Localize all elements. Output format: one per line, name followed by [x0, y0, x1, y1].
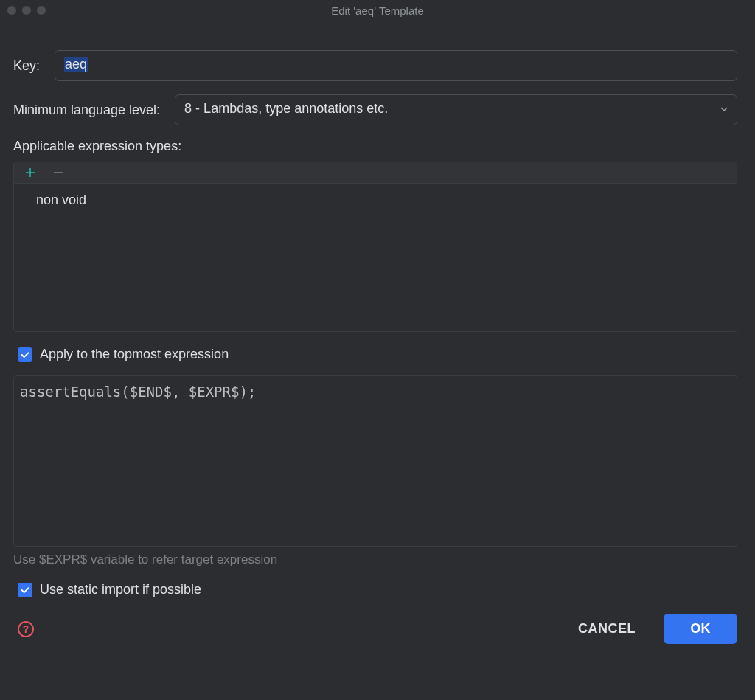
- topmost-checkbox-label[interactable]: Apply to the topmost expression: [40, 347, 229, 362]
- topmost-checkbox-row: Apply to the topmost expression: [18, 347, 733, 362]
- remove-type-button[interactable]: [52, 167, 64, 179]
- editor-hint: Use $EXPR$ variable to refer target expr…: [13, 552, 737, 567]
- close-window-icon[interactable]: [7, 6, 16, 15]
- topmost-checkbox[interactable]: [18, 347, 32, 362]
- template-code-editor[interactable]: assertEquals($END$, $EXPR$);: [13, 375, 737, 547]
- list-body[interactable]: non void: [14, 184, 737, 331]
- minimize-window-icon[interactable]: [22, 6, 31, 15]
- language-level-label: Minimum language level:: [13, 103, 175, 118]
- language-level-select-wrapper: 8 - Lambdas, type annotations etc.: [175, 94, 737, 125]
- checkmark-icon: [20, 585, 30, 595]
- cancel-button[interactable]: CANCEL: [562, 614, 652, 644]
- list-item[interactable]: non void: [36, 193, 714, 208]
- list-toolbar: [14, 162, 737, 184]
- traffic-lights: [7, 6, 46, 15]
- key-row: Key: aeq: [13, 50, 737, 81]
- ok-button[interactable]: OK: [664, 614, 737, 644]
- titlebar: Edit 'aeq' Template: [0, 0, 755, 21]
- dialog-content: Key: aeq Minimum language level: 8 - Lam…: [0, 21, 755, 597]
- key-label: Key:: [13, 58, 55, 74]
- key-input[interactable]: aeq: [55, 50, 737, 81]
- static-import-checkbox-row: Use static import if possible: [18, 582, 733, 597]
- language-level-select[interactable]: 8 - Lambdas, type annotations etc.: [175, 94, 737, 125]
- static-import-checkbox-label[interactable]: Use static import if possible: [40, 582, 201, 597]
- language-level-row: Minimum language level: 8 - Lambdas, typ…: [13, 94, 737, 125]
- expression-types-label: Applicable expression types:: [13, 139, 737, 154]
- expression-types-list: non void: [13, 162, 737, 332]
- plus-icon: [24, 167, 36, 179]
- maximize-window-icon[interactable]: [37, 6, 46, 15]
- help-button[interactable]: ?: [18, 621, 34, 637]
- add-type-button[interactable]: [24, 167, 36, 179]
- minus-icon: [52, 167, 64, 179]
- static-import-checkbox[interactable]: [18, 583, 32, 597]
- window-title: Edit 'aeq' Template: [331, 4, 424, 17]
- dialog-footer: ? CANCEL OK: [0, 608, 755, 656]
- checkmark-icon: [20, 350, 30, 360]
- key-input-value: aeq: [64, 57, 88, 72]
- footer-buttons: CANCEL OK: [562, 614, 737, 644]
